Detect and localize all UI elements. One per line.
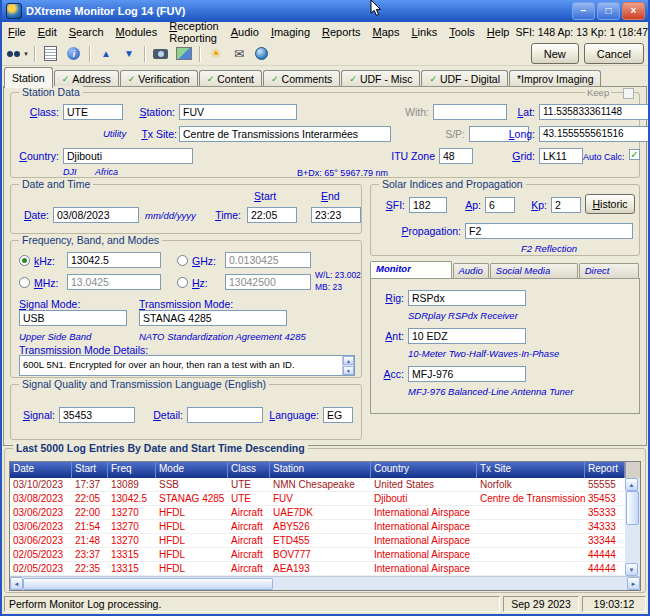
rig-field[interactable]: RSPdx [408, 290, 526, 306]
language-field[interactable]: EG [323, 407, 353, 423]
table-row[interactable]: 02/05/2023 23:37 13315 HFDL Aircraft BOV… [10, 548, 640, 562]
tab-audio[interactable]: Audio [453, 263, 489, 278]
propagation-field[interactable]: F2 [465, 223, 633, 239]
menu-reports[interactable]: Reports [316, 24, 367, 40]
hz-field[interactable]: 13042500 [225, 274, 311, 290]
tab-content[interactable]: ✓Content [199, 70, 262, 87]
cancel-button[interactable]: Cancel [584, 43, 644, 64]
class-field[interactable]: UTE [63, 104, 123, 120]
minimize-button[interactable]: − [572, 2, 595, 20]
info-button[interactable]: i [63, 43, 85, 65]
previous-record-button[interactable]: ▲ [95, 43, 117, 65]
column-header[interactable]: Report [585, 462, 625, 478]
scroll-down-button[interactable]: ▼ [625, 563, 638, 576]
mhz-radio[interactable] [19, 277, 30, 288]
detail-field[interactable] [187, 407, 263, 423]
signal-field[interactable]: 35453 [59, 407, 135, 423]
details-scrollbar[interactable]: ▲ ▼ [342, 356, 354, 375]
kp-field[interactable]: 2 [551, 197, 581, 213]
web-button[interactable] [251, 43, 273, 65]
close-button[interactable]: × [622, 2, 645, 20]
antenna-field[interactable]: 10 EDZ [408, 328, 526, 344]
start-time-field[interactable]: 22:05 [247, 207, 297, 223]
scrollbar-track[interactable] [625, 491, 640, 563]
scrollbar-thumb[interactable] [626, 491, 639, 525]
column-header[interactable]: Country [371, 462, 477, 478]
ghz-field[interactable]: 0.0130425 [225, 252, 311, 268]
scroll-down-button[interactable]: ▼ [343, 366, 354, 375]
transmission-details-field[interactable]: 600L 5N1. Encrypted for over an hour, th… [19, 355, 355, 376]
find-button[interactable]: ▼ [6, 43, 30, 65]
tab-direct-tune[interactable]: Direct Tune [579, 263, 639, 278]
auto-calc-checkbox[interactable]: ✓ [629, 149, 640, 160]
new-button[interactable]: New [531, 43, 579, 64]
long-field[interactable]: 43.155555561516 [539, 126, 649, 142]
menu-edit[interactable]: Edit [32, 24, 63, 40]
menu-search[interactable]: Search [63, 24, 110, 40]
scrollbar-thumb[interactable] [23, 578, 273, 590]
menu-file[interactable]: File [2, 24, 32, 40]
scroll-up-button[interactable]: ▲ [625, 478, 638, 491]
historic-button[interactable]: Historic [585, 194, 635, 214]
column-header[interactable]: Freq [108, 462, 156, 478]
tab-udf-misc[interactable]: ✓UDF - Misc [341, 70, 420, 87]
column-header[interactable]: Date [10, 462, 72, 478]
tab-monitor-station[interactable]: Monitor Station [370, 261, 452, 278]
grid-vertical-scrollbar[interactable]: ▲ ▼ [625, 478, 640, 576]
column-header[interactable]: Tx Site [477, 462, 585, 478]
end-time-field[interactable]: 23:23 [311, 207, 361, 223]
scroll-right-button[interactable]: ► [627, 577, 640, 590]
imaging-button[interactable] [173, 43, 195, 65]
itu-zone-field[interactable]: 48 [439, 148, 473, 164]
date-field[interactable]: 03/08/2023 [53, 207, 139, 223]
next-record-button[interactable]: ▼ [118, 43, 140, 65]
menu-help[interactable]: Help [481, 24, 516, 40]
menu-imaging[interactable]: Imaging [265, 24, 316, 40]
ap-field[interactable]: 6 [485, 197, 515, 213]
tab-social-media-post[interactable]: Social Media Post [490, 263, 578, 278]
menu-links[interactable]: Links [405, 24, 443, 40]
grid-field[interactable]: LK11 [539, 148, 583, 164]
solar-button[interactable]: ☀ [205, 43, 227, 65]
menu-modules[interactable]: Modules [110, 24, 164, 40]
with-field[interactable] [433, 104, 507, 120]
tab-improv-imaging[interactable]: *Improv Imaging [509, 70, 601, 87]
table-row[interactable]: 03/06/2023 21:54 13270 HFDL Aircraft ABY… [10, 520, 640, 534]
table-row[interactable]: 03/06/2023 21:48 13270 HFDL Aircraft ETD… [10, 534, 640, 548]
lat-field[interactable]: 11.535833361148 [539, 104, 649, 120]
khz-field[interactable]: 13042.5 [67, 252, 161, 268]
keep-checkbox[interactable] [623, 88, 634, 99]
tab-udf-digital[interactable]: ✓UDF - Digital [421, 70, 508, 87]
column-header[interactable]: Class [228, 462, 270, 478]
accessory-field[interactable]: MFJ-976 [408, 366, 526, 382]
table-row[interactable]: 03/10/2023 17:37 13089 SSB UTE NMN Chesa… [10, 478, 640, 492]
menu-tools[interactable]: Tools [443, 24, 481, 40]
table-row[interactable]: 02/05/2023 22:35 13315 HFDL Aircraft AEA… [10, 562, 640, 576]
tab-station[interactable]: Station [4, 67, 53, 88]
menu-audio[interactable]: Audio [225, 24, 265, 40]
signal-mode-field[interactable]: USB [19, 310, 127, 326]
table-row[interactable]: 03/08/2023 22:05 13042.5 STANAG 4285 UTE… [10, 492, 640, 506]
table-row[interactable]: 03/06/2023 22:00 13270 HFDL Aircraft UAE… [10, 506, 640, 520]
ghz-radio[interactable] [177, 255, 188, 266]
scrollbar-track[interactable] [23, 577, 627, 590]
tab-comments[interactable]: ✓Comments [263, 70, 340, 87]
tab-address[interactable]: ✓Address [54, 70, 119, 87]
camera-button[interactable] [150, 43, 172, 65]
tab-verification[interactable]: ✓Verification [120, 70, 198, 87]
menu-maps[interactable]: Maps [367, 24, 406, 40]
column-header[interactable]: Start [72, 462, 108, 478]
scroll-left-button[interactable]: ◄ [10, 577, 23, 590]
scroll-up-button[interactable]: ▲ [343, 356, 354, 365]
column-header[interactable]: Mode [156, 462, 228, 478]
tx-site-field[interactable]: Centre de Transmissions Interarmées [179, 126, 391, 142]
mhz-field[interactable]: 13.0425 [67, 274, 161, 290]
mail-button[interactable]: ✉ [228, 43, 250, 65]
transmission-mode-field[interactable]: STANAG 4285 [139, 310, 287, 326]
khz-radio[interactable] [19, 255, 30, 266]
sfi-field[interactable]: 182 [409, 197, 447, 213]
maximize-button[interactable]: □ [597, 2, 620, 20]
log-report-button[interactable] [40, 43, 62, 65]
hz-radio[interactable] [177, 277, 188, 288]
grid-horizontal-scrollbar[interactable]: ◄ ► [10, 576, 640, 590]
